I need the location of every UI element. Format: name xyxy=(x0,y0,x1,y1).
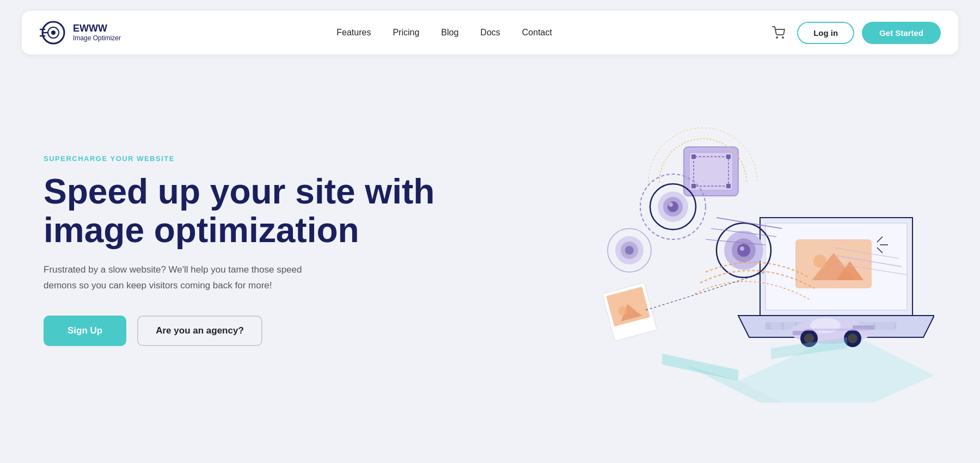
svg-point-64 xyxy=(804,334,814,343)
signup-button[interactable]: Sign Up xyxy=(44,316,126,346)
svg-point-46 xyxy=(737,244,750,257)
nav-blog[interactable]: Blog xyxy=(441,28,458,38)
svg-rect-21 xyxy=(771,322,782,330)
get-started-button[interactable]: Get Started xyxy=(862,22,941,44)
svg-point-47 xyxy=(740,246,744,251)
logo[interactable]: EWWW Image Optimizer xyxy=(39,18,121,47)
login-button[interactable]: Log in xyxy=(797,22,854,44)
hero-illustration xyxy=(508,92,936,408)
nav-links: Features Pricing Blog Docs Contact xyxy=(336,28,552,38)
logo-text: EWWW Image Optimizer xyxy=(73,23,121,42)
logo-title: EWWW xyxy=(73,23,121,34)
svg-rect-36 xyxy=(726,184,731,188)
svg-rect-29 xyxy=(875,322,895,330)
svg-point-2 xyxy=(51,30,56,35)
logo-icon xyxy=(39,18,68,47)
hero-description: Frustrated by a slow website? We'll help… xyxy=(44,262,305,294)
svg-point-15 xyxy=(813,255,826,268)
svg-point-6 xyxy=(776,37,777,38)
hero-section: SUPERCHARGE YOUR WEBSITE Speed up your s… xyxy=(0,65,980,435)
logo-subtitle: Image Optimizer xyxy=(73,34,121,42)
svg-point-7 xyxy=(782,37,783,38)
svg-point-51 xyxy=(625,246,634,255)
hero-svg xyxy=(510,98,934,403)
svg-point-42 xyxy=(669,202,673,207)
svg-point-41 xyxy=(667,201,678,212)
svg-rect-67 xyxy=(804,329,869,331)
hero-content: SUPERCHARGE YOUR WEBSITE Speed up your s… xyxy=(44,155,508,346)
nav-features[interactable]: Features xyxy=(336,28,371,38)
svg-point-66 xyxy=(848,334,857,343)
nav-pricing[interactable]: Pricing xyxy=(393,28,419,38)
hero-eyebrow: SUPERCHARGE YOUR WEBSITE xyxy=(44,155,508,163)
nav-contact[interactable]: Contact xyxy=(522,28,552,38)
hero-headline: Speed up your site with image optimizati… xyxy=(44,172,508,249)
cart-icon[interactable] xyxy=(768,22,789,44)
agency-button[interactable]: Are you an agency? xyxy=(137,316,262,346)
svg-rect-33 xyxy=(691,155,696,159)
hero-buttons: Sign Up Are you an agency? xyxy=(44,316,508,346)
navbar: EWWW Image Optimizer Features Pricing Bl… xyxy=(22,11,958,54)
svg-rect-34 xyxy=(726,155,731,159)
svg-rect-35 xyxy=(691,184,696,188)
nav-actions: Log in Get Started xyxy=(768,22,941,44)
nav-docs[interactable]: Docs xyxy=(480,28,500,38)
svg-marker-71 xyxy=(662,354,738,381)
